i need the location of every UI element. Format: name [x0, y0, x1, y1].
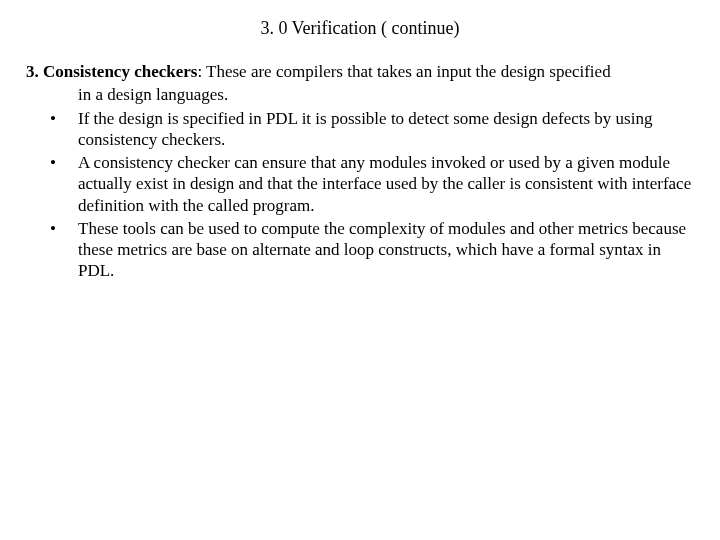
list-item: • A consistency checker can ensure that … — [26, 152, 694, 216]
bullet-text: If the design is specified in PDL it is … — [78, 108, 694, 151]
bullet-text: A consistency checker can ensure that an… — [78, 152, 694, 216]
section-heading-lead: 3. Consistency checkers — [26, 62, 197, 81]
slide-title: 3. 0 Verification ( continue) — [26, 18, 694, 39]
section-heading-continuation: in a design languages. — [26, 84, 694, 105]
bullet-icon: • — [26, 152, 78, 173]
bullet-icon: • — [26, 218, 78, 239]
bullet-list: • If the design is specified in PDL it i… — [26, 108, 694, 282]
bullet-icon: • — [26, 108, 78, 129]
section-heading-rest: : These are compilers that takes an inpu… — [197, 62, 610, 81]
section-heading: 3. Consistency checkers: These are compi… — [26, 61, 694, 82]
slide-content: 3. Consistency checkers: These are compi… — [26, 61, 694, 282]
list-item: • If the design is specified in PDL it i… — [26, 108, 694, 151]
list-item: • These tools can be used to compute the… — [26, 218, 694, 282]
bullet-text: These tools can be used to compute the c… — [78, 218, 694, 282]
